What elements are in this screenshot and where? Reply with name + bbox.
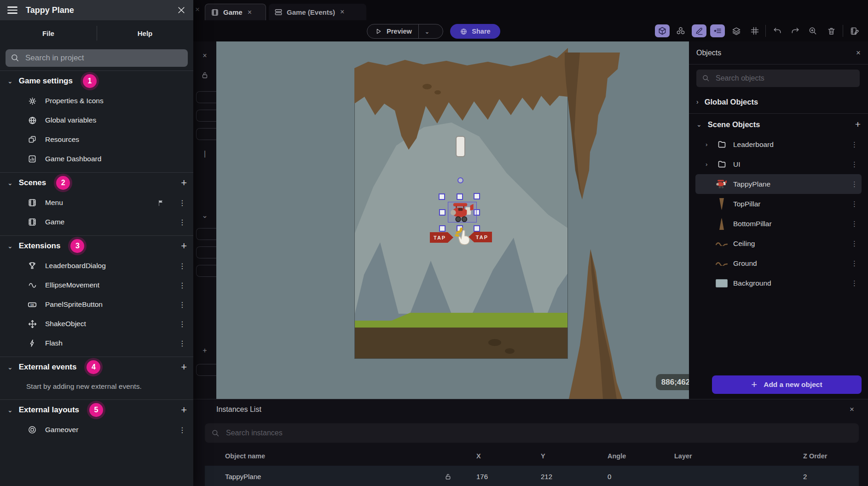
objects-panel-close-icon[interactable]: × bbox=[856, 48, 861, 58]
item-scene-menu[interactable]: Menu ⋮ bbox=[0, 193, 193, 212]
column-y[interactable]: Y bbox=[541, 452, 608, 460]
item-panelspritebutton[interactable]: OK PanelSpriteButton ⋮ bbox=[0, 295, 193, 314]
instances-search-box[interactable] bbox=[205, 423, 859, 443]
add-scene-icon[interactable]: + bbox=[181, 177, 187, 189]
bottom-pillar-object[interactable] bbox=[569, 249, 622, 399]
object-row-background[interactable]: Background ⋮ bbox=[695, 273, 862, 293]
add-new-object-button[interactable]: + Add a new object bbox=[712, 375, 862, 394]
tab-game-events[interactable]: Game (Events) × bbox=[269, 4, 366, 20]
add-object-icon[interactable]: + bbox=[855, 119, 861, 130]
item-global-variables[interactable]: Global variables bbox=[0, 111, 193, 130]
delete-button[interactable] bbox=[824, 24, 839, 37]
preview-dropdown-button[interactable]: ⌄ bbox=[419, 28, 435, 35]
kebab-menu-icon[interactable]: ⋮ bbox=[179, 281, 186, 290]
instances-mode-button[interactable] bbox=[673, 24, 688, 37]
section-external-layouts[interactable]: ⌄ External layouts 5 + bbox=[0, 400, 193, 420]
instances-search-input[interactable] bbox=[226, 429, 852, 437]
item-resources[interactable]: Resources bbox=[0, 130, 193, 149]
kebab-menu-icon[interactable]: ⋮ bbox=[179, 426, 186, 434]
hidden-tab-close-icon[interactable]: × bbox=[195, 5, 200, 14]
resize-handle-top-right[interactable] bbox=[474, 193, 480, 199]
kebab-menu-icon[interactable]: ⋮ bbox=[851, 259, 858, 268]
kebab-menu-icon[interactable]: ⋮ bbox=[851, 200, 858, 208]
kebab-menu-icon[interactable]: ⋮ bbox=[179, 300, 186, 309]
properties-panel-button[interactable] bbox=[710, 24, 725, 37]
chevron-down-icon[interactable]: ⌄ bbox=[193, 211, 216, 220]
object-row-tappyplane[interactable]: TappyPlane ⋮ bbox=[695, 174, 862, 194]
share-button[interactable]: Share bbox=[450, 24, 500, 39]
tab-game-close-icon[interactable]: × bbox=[248, 8, 252, 17]
add-external-layout-icon[interactable]: + bbox=[181, 404, 187, 416]
section-game-settings[interactable]: ⌄ Game settings 1 bbox=[0, 71, 193, 91]
kebab-menu-icon[interactable]: ⋮ bbox=[851, 220, 858, 228]
resize-handle-top-left[interactable] bbox=[439, 193, 445, 200]
project-search-input[interactable] bbox=[25, 53, 183, 63]
object-row-leaderboard[interactable]: › Leaderboard ⋮ bbox=[695, 135, 862, 154]
kebab-menu-icon[interactable]: ⋮ bbox=[851, 141, 858, 149]
objects-search-box[interactable] bbox=[696, 70, 860, 87]
instances-panel-close-icon[interactable]: × bbox=[850, 405, 854, 414]
object-row-toppillar[interactable]: TopPillar ⋮ bbox=[695, 194, 862, 214]
item-scene-game[interactable]: Game ⋮ bbox=[0, 212, 193, 232]
resize-handle-bottom-right[interactable] bbox=[474, 225, 480, 232]
item-leaderboarddialog[interactable]: LeaderboardDialog ⋮ bbox=[0, 256, 193, 275]
kebab-menu-icon[interactable]: ⋮ bbox=[179, 262, 186, 270]
ui-pill-object[interactable] bbox=[456, 136, 465, 157]
global-objects-header[interactable]: › Global Objects bbox=[689, 93, 868, 111]
kebab-menu-icon[interactable]: ⋮ bbox=[851, 279, 858, 287]
object-row-bottompillar[interactable]: BottomPillar ⋮ bbox=[695, 214, 862, 234]
project-search-box[interactable] bbox=[6, 49, 188, 67]
object-row-ceiling[interactable]: Ceiling ⋮ bbox=[695, 234, 862, 253]
column-object-name[interactable]: Object name bbox=[205, 452, 444, 460]
column-z-order[interactable]: Z Order bbox=[803, 452, 859, 460]
grid-button[interactable] bbox=[747, 24, 762, 37]
menu-file[interactable]: File bbox=[0, 29, 97, 37]
add-icon[interactable]: + bbox=[193, 346, 216, 355]
column-layer[interactable]: Layer bbox=[674, 452, 803, 460]
section-extensions[interactable]: ⌄ Extensions 3 + bbox=[0, 236, 193, 256]
item-gameover[interactable]: Gameover ⋮ bbox=[0, 420, 193, 439]
kebab-menu-icon[interactable]: ⋮ bbox=[851, 160, 858, 169]
kebab-menu-icon[interactable]: ⋮ bbox=[179, 218, 186, 227]
kebab-menu-icon[interactable]: ⋮ bbox=[851, 180, 858, 188]
instance-row-tappyplane[interactable]: TappyPlane 176 212 0 2 bbox=[205, 466, 859, 486]
item-shakeobject[interactable]: ShakeObject ⋮ bbox=[0, 314, 193, 334]
add-extension-icon[interactable]: + bbox=[181, 240, 187, 252]
unlock-icon[interactable] bbox=[444, 473, 476, 480]
tab-game-events-close-icon[interactable]: × bbox=[340, 8, 344, 16]
tap-hand-object[interactable] bbox=[455, 228, 471, 247]
column-angle[interactable]: Angle bbox=[608, 452, 674, 460]
object-row-ground[interactable]: Ground ⋮ bbox=[695, 253, 862, 273]
item-ellipsemovement[interactable]: EllipseMovement ⋮ bbox=[0, 275, 193, 295]
objects-search-input[interactable] bbox=[716, 74, 854, 82]
column-x[interactable]: X bbox=[476, 452, 541, 460]
kebab-menu-icon[interactable]: ⋮ bbox=[179, 320, 186, 328]
tab-game[interactable]: Game × bbox=[205, 4, 266, 20]
resize-handle-top-center[interactable] bbox=[457, 193, 463, 200]
resize-handle-bottom-left[interactable] bbox=[439, 225, 446, 232]
item-game-dashboard[interactable]: Game Dashboard bbox=[0, 149, 193, 169]
project-manager-close-icon[interactable] bbox=[177, 6, 186, 15]
selected-plane-instance[interactable] bbox=[448, 202, 477, 223]
kebab-menu-icon[interactable]: ⋮ bbox=[179, 199, 186, 207]
edit-mode-button[interactable] bbox=[692, 24, 706, 37]
redo-button[interactable] bbox=[788, 24, 803, 37]
edit-events-button[interactable] bbox=[847, 24, 862, 37]
section-scenes[interactable]: ⌄ Scenes 2 + bbox=[0, 173, 193, 193]
scene-editor-canvas[interactable]: TAP TAP 886;462 bbox=[216, 41, 689, 399]
layers-panel-button[interactable] bbox=[729, 24, 744, 37]
section-external-events[interactable]: ⌄ External events 4 + bbox=[0, 357, 193, 377]
zoom-button[interactable] bbox=[805, 24, 820, 37]
hamburger-menu-icon[interactable] bbox=[7, 6, 17, 14]
object-row-ui[interactable]: › UI ⋮ bbox=[695, 154, 862, 174]
preview-button[interactable]: Preview bbox=[367, 24, 418, 38]
scene-objects-header[interactable]: ⌄ Scene Objects + bbox=[689, 116, 868, 133]
item-properties-icons[interactable]: Properties & Icons bbox=[0, 91, 193, 111]
panel-close-icon[interactable]: × bbox=[193, 52, 216, 60]
kebab-menu-icon[interactable]: ⋮ bbox=[851, 240, 858, 248]
rotate-handle[interactable] bbox=[457, 177, 463, 183]
kebab-menu-icon[interactable]: ⋮ bbox=[179, 339, 186, 348]
undo-button[interactable] bbox=[770, 24, 785, 37]
resize-handle-mid-left[interactable] bbox=[439, 209, 446, 216]
item-flash[interactable]: Flash ⋮ bbox=[0, 334, 193, 353]
